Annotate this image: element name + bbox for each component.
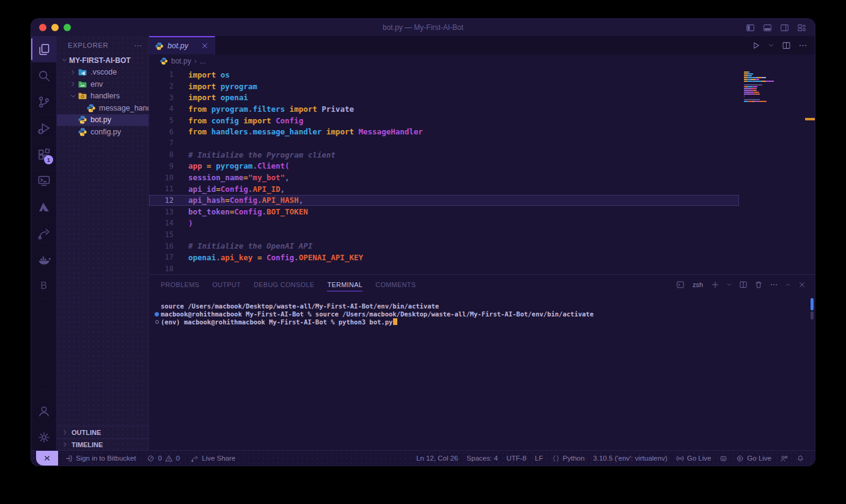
terminal-line: macbook@rohithmacbook My-First-AI-Bot % … xyxy=(149,310,815,318)
line-number: 4 xyxy=(149,104,174,113)
code-line-14: 14) xyxy=(149,217,739,229)
python-icon xyxy=(78,115,87,125)
status-problems-label: 0 xyxy=(176,455,180,462)
panel-tab-problems[interactable]: PROBLEMS xyxy=(161,275,199,294)
status-problems[interactable]: 00 xyxy=(142,451,184,466)
outline-section[interactable]: OUTLINE xyxy=(57,426,149,438)
activity-item-settings[interactable] xyxy=(31,424,56,450)
breadcrumb-symbol[interactable]: ... xyxy=(200,57,206,65)
tree-item-label: message_hand... xyxy=(99,104,149,112)
code-line-5: 5from config import Config xyxy=(149,115,739,126)
activity-item-remote-explorer[interactable] xyxy=(31,167,56,194)
line-number: 1 xyxy=(149,70,174,79)
activity-item-extensions[interactable]: 1 xyxy=(31,141,56,167)
line-number: 15 xyxy=(149,230,174,239)
more-actions-button[interactable] xyxy=(798,41,807,50)
remote-indicator-icon xyxy=(43,454,51,462)
activity-item-docker[interactable] xyxy=(31,246,56,272)
activity-item-live-share[interactable] xyxy=(31,220,56,246)
tree-item-my-first-ai-bot[interactable]: MY-FIRST-AI-BOT xyxy=(57,54,149,67)
timeline-section[interactable]: TIMELINE xyxy=(57,438,149,450)
tree-item-handlers[interactable]: handlers xyxy=(57,90,149,103)
toggle-secondary-sidebar-icon[interactable] xyxy=(780,23,789,32)
chevron-right-icon xyxy=(68,69,78,76)
line-number: 7 xyxy=(149,139,174,147)
status-encoding[interactable]: UTF-8 xyxy=(502,451,531,466)
explorer-title: EXPLORER xyxy=(68,42,108,49)
status-cursor-position[interactable]: Ln 12, Col 26 xyxy=(412,451,462,466)
shell-label: zsh xyxy=(693,281,703,288)
activity-item-search[interactable] xyxy=(31,62,56,89)
customize-layout-icon[interactable] xyxy=(797,23,806,32)
panel-tab-comments[interactable]: COMMENTS xyxy=(375,275,416,294)
terminal-scrollbar[interactable] xyxy=(811,298,814,310)
status-eol-label: LF xyxy=(535,455,543,462)
zoom-window-button[interactable] xyxy=(64,24,71,31)
toggle-panel-icon[interactable] xyxy=(763,23,772,32)
tree-item--vscode[interactable]: .vscode xyxy=(57,67,149,79)
maximize-panel-button[interactable] xyxy=(785,282,791,288)
share-icon xyxy=(37,227,51,240)
toggle-primary-sidebar-icon[interactable] xyxy=(746,23,755,32)
tab-bot-py[interactable]: bot.py xyxy=(149,36,215,54)
close-window-button[interactable] xyxy=(39,24,46,31)
chevron-right-icon xyxy=(61,441,69,448)
status-notifications[interactable] xyxy=(792,451,809,466)
chevron-down-icon xyxy=(59,57,69,64)
terminal-more-actions[interactable] xyxy=(770,280,778,289)
minimize-window-button[interactable] xyxy=(51,24,59,31)
status-bitbucket-signin[interactable]: Sign in to Bitbucket xyxy=(61,451,140,466)
tree-item-message-hand-[interactable]: message_hand... xyxy=(57,102,149,114)
panel-tab-debug-console[interactable]: DEBUG CONSOLE xyxy=(254,275,314,294)
debug-icon xyxy=(37,122,51,135)
status-eol[interactable]: LF xyxy=(531,451,547,466)
activity-item-azure[interactable] xyxy=(31,194,56,220)
kill-terminal-button[interactable] xyxy=(754,280,763,289)
terminal-output[interactable]: source /Users/macbook/Desktop/waste-all/… xyxy=(149,294,815,450)
breadcrumb-file[interactable]: bot.py xyxy=(171,57,191,65)
file-tree: MY-FIRST-AI-BOT.vscodeenvhandlersmessage… xyxy=(57,54,149,426)
activity-item-run-and-debug[interactable] xyxy=(31,115,56,141)
activity-item-explorer[interactable] xyxy=(31,36,56,62)
layout-controls xyxy=(746,19,806,36)
tree-item-env[interactable]: env xyxy=(57,78,149,90)
panel-tab-terminal[interactable]: TERMINAL xyxy=(327,275,362,294)
terminal-scrollbar-track[interactable] xyxy=(811,312,814,320)
status-remote-indicator[interactable] xyxy=(36,451,58,466)
folder-vscode-icon xyxy=(78,67,87,77)
gear-icon xyxy=(37,431,51,444)
explorer-more-actions-icon[interactable]: ⋯ xyxy=(134,41,142,50)
line-number: 12 xyxy=(149,196,174,205)
terminal-profile-dropdown[interactable] xyxy=(726,282,732,288)
split-editor-button[interactable] xyxy=(782,41,791,50)
status-feedback[interactable] xyxy=(776,451,792,466)
minimap[interactable] xyxy=(744,71,776,104)
overview-ruler[interactable] xyxy=(805,68,815,274)
close-tab-icon[interactable] xyxy=(200,42,209,50)
status-live-share[interactable]: Live Share xyxy=(186,451,240,466)
code-editor[interactable]: 1import os2import pyrogram3import openai… xyxy=(149,68,815,274)
status-python-interpreter[interactable]: 3.10.5 ('env': virtualenv) xyxy=(589,451,671,466)
status-cursor-position-label: Ln 12, Col 26 xyxy=(416,455,458,462)
tree-item-config-py[interactable]: config.py xyxy=(57,126,149,138)
close-panel-button[interactable] xyxy=(798,280,806,289)
split-terminal-button[interactable] xyxy=(739,280,748,289)
tree-item-bot-py[interactable]: bot.py xyxy=(57,114,149,126)
status-indentation[interactable]: Spaces: 4 xyxy=(462,451,502,466)
status-language-mode[interactable]: Python xyxy=(548,451,589,466)
new-terminal-button[interactable] xyxy=(711,280,719,289)
activity-item-bitbucket[interactable]: B xyxy=(31,272,56,299)
run-dropdown[interactable] xyxy=(768,42,774,49)
tree-item-label: config.py xyxy=(90,128,121,136)
status-go-live-2[interactable]: Go Live xyxy=(732,451,776,466)
account-icon xyxy=(37,404,51,418)
activity-item-accounts[interactable] xyxy=(31,398,56,424)
code-line-11: 11api_id=Config.API_ID, xyxy=(149,183,739,195)
panel-tab-output[interactable]: OUTPUT xyxy=(212,275,241,294)
status-go-live[interactable]: Go Live xyxy=(672,451,716,466)
editor-tab-bar: bot.py xyxy=(149,36,815,54)
activity-item-source-control[interactable] xyxy=(31,89,56,115)
status-robot[interactable] xyxy=(715,451,732,466)
run-button[interactable] xyxy=(751,41,760,50)
code-line-8: 8# Initialize the Pyrogram client xyxy=(149,149,739,161)
